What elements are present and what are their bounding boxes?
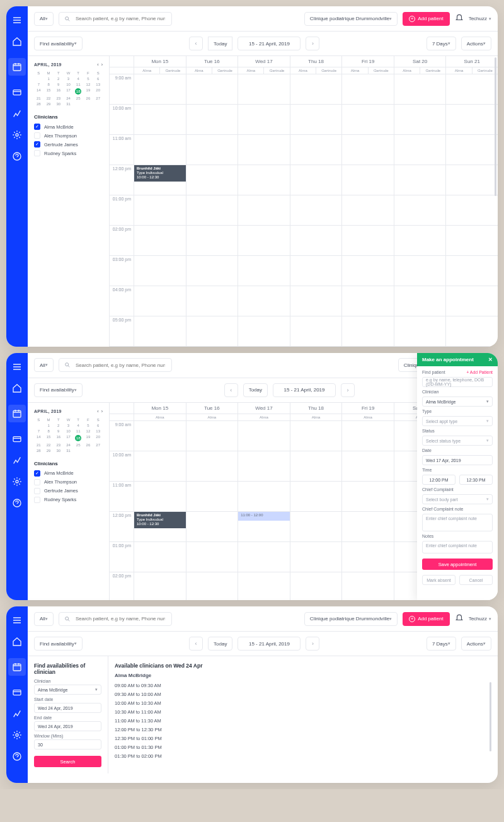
mini-day[interactable]: 6 xyxy=(93,76,103,81)
time-slot[interactable] xyxy=(186,105,238,134)
time-slot[interactable] xyxy=(186,195,238,225)
time-slot[interactable]: Brunhild JäkiType Indivudual10:00 - 12:3… xyxy=(134,512,186,541)
clinician-row[interactable]: Rodney Sparks xyxy=(34,150,103,156)
time-slot[interactable] xyxy=(341,421,394,451)
time-slot[interactable] xyxy=(341,105,394,134)
mini-day[interactable]: 19 xyxy=(84,88,93,95)
mini-day[interactable] xyxy=(84,448,93,453)
clinician-row[interactable]: ✓Alma McBride xyxy=(34,124,103,130)
time-slot[interactable] xyxy=(394,74,446,104)
search-input[interactable] xyxy=(74,15,166,22)
window-input[interactable]: 30 xyxy=(34,739,101,750)
mini-day[interactable]: 2 xyxy=(54,423,63,428)
time-slot[interactable] xyxy=(394,105,446,134)
clinician-row[interactable]: Alex Thompson xyxy=(34,132,103,139)
time-slot[interactable] xyxy=(238,226,290,255)
mini-day[interactable]: 2 xyxy=(54,76,63,81)
time-slot[interactable] xyxy=(394,135,446,165)
time-slot[interactable] xyxy=(445,165,498,195)
time-slot[interactable] xyxy=(134,421,186,451)
time-slot[interactable] xyxy=(445,316,498,346)
time-slot[interactable] xyxy=(341,256,394,286)
mini-day[interactable]: 1 xyxy=(44,76,54,81)
mini-day[interactable]: 14 xyxy=(34,88,43,95)
mini-day[interactable]: 5 xyxy=(84,423,93,428)
mini-day[interactable] xyxy=(34,423,43,428)
time-slot[interactable] xyxy=(238,421,290,451)
add-patient-button[interactable]: +Add patient xyxy=(403,12,449,26)
time-slot[interactable] xyxy=(290,451,342,481)
billing-icon[interactable] xyxy=(12,434,22,444)
time-slot[interactable] xyxy=(186,286,238,316)
time-slot[interactable]: 11:00 - 12:00 xyxy=(238,512,290,541)
time-slot[interactable] xyxy=(238,316,290,346)
time-slot[interactable] xyxy=(445,226,498,255)
time-slot[interactable] xyxy=(186,316,238,346)
notification-bell-icon[interactable] xyxy=(455,13,464,25)
time-slot[interactable] xyxy=(186,165,238,195)
mini-day[interactable] xyxy=(74,101,83,107)
time-slot[interactable] xyxy=(290,542,342,572)
time-slot[interactable] xyxy=(341,195,394,225)
mini-day[interactable]: 24 xyxy=(64,96,73,101)
time-slot[interactable] xyxy=(134,195,186,225)
mini-day[interactable]: 20 xyxy=(93,434,103,442)
time-slot[interactable] xyxy=(134,316,186,346)
mini-day[interactable]: 14 xyxy=(34,434,43,442)
time-slot[interactable] xyxy=(290,105,342,134)
mini-day[interactable]: 25 xyxy=(74,96,83,101)
availability-slot[interactable]: 11:00 AM to 11:30 AM xyxy=(115,717,491,724)
time-slot[interactable] xyxy=(290,165,342,195)
mini-next-icon[interactable]: › xyxy=(101,62,103,67)
mini-day[interactable]: 19 xyxy=(84,434,93,442)
time-slot[interactable] xyxy=(186,135,238,165)
search-field[interactable] xyxy=(59,358,172,372)
mini-day[interactable]: 7 xyxy=(34,429,43,434)
time-slot[interactable] xyxy=(341,316,394,346)
time-slot[interactable] xyxy=(186,74,238,104)
mini-day[interactable]: 11 xyxy=(74,82,83,87)
time-slot[interactable] xyxy=(341,74,394,104)
time-slot[interactable] xyxy=(186,451,238,481)
mini-day[interactable]: 6 xyxy=(93,423,103,428)
availability-slot[interactable]: 01:00 PM to 01:30 PM xyxy=(115,744,491,751)
mini-day[interactable] xyxy=(34,76,43,81)
mini-day[interactable] xyxy=(93,448,103,453)
type-select[interactable]: Select appt type▾ xyxy=(422,416,493,426)
time-slot[interactable] xyxy=(290,286,342,316)
time-slot[interactable] xyxy=(445,256,498,286)
appointment-event[interactable]: Brunhild JäkiType Indivudual10:00 - 12:3… xyxy=(134,165,186,182)
mini-day-today[interactable]: 18 xyxy=(75,435,81,441)
time-slot[interactable] xyxy=(341,451,394,481)
time-slot[interactable] xyxy=(238,74,290,104)
mini-day[interactable]: 11 xyxy=(74,429,83,434)
next-week-button[interactable]: › xyxy=(306,637,319,651)
prev-week-button[interactable]: ‹ xyxy=(189,37,203,50)
settings-icon[interactable] xyxy=(12,130,22,140)
checkbox[interactable] xyxy=(34,488,40,494)
user-menu[interactable]: Techuzz▾ xyxy=(469,16,491,21)
end-date-input[interactable]: Wed 24 Apr, 2019 xyxy=(34,721,101,731)
clinician-row[interactable]: ✓Alma McBride xyxy=(34,470,103,477)
time-slot[interactable] xyxy=(341,286,394,316)
time-slot[interactable] xyxy=(134,451,186,481)
analytics-icon[interactable] xyxy=(12,108,22,119)
mini-day[interactable]: 22 xyxy=(44,96,54,101)
time-slot[interactable] xyxy=(445,286,498,316)
mini-day[interactable]: 29 xyxy=(44,101,54,107)
time-slot[interactable] xyxy=(341,135,394,165)
availability-slot[interactable]: 01:30 PM to 02:00 PM xyxy=(115,753,491,760)
search-input[interactable] xyxy=(74,615,166,622)
time-slot[interactable] xyxy=(290,195,342,225)
analytics-icon[interactable] xyxy=(12,455,22,465)
mini-day[interactable]: 23 xyxy=(54,443,63,448)
time-slot[interactable] xyxy=(341,512,394,541)
add-patient-link[interactable]: + Add Patient xyxy=(466,370,493,374)
time-slot[interactable] xyxy=(186,512,238,541)
mini-day[interactable] xyxy=(74,448,83,453)
settings-icon[interactable] xyxy=(12,730,22,740)
mini-day[interactable]: 16 xyxy=(54,88,63,95)
clinician-row[interactable]: Gertrude James xyxy=(34,488,103,494)
cancel-button[interactable]: Cancel xyxy=(459,575,493,585)
time-slot[interactable] xyxy=(290,135,342,165)
